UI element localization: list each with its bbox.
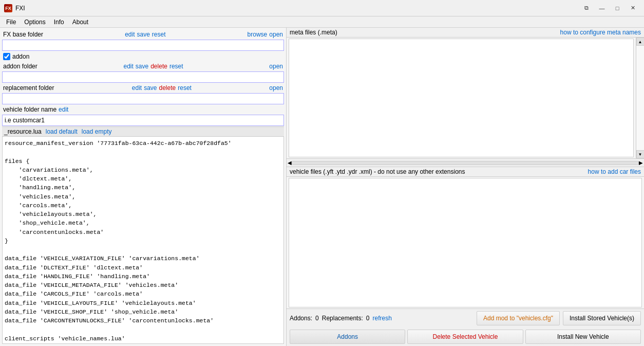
load-empty-link[interactable]: load empty — [82, 128, 112, 135]
meta-files-label: meta files (.meta) — [290, 29, 337, 36]
left-panel: FX base folder edit save reset browse op… — [0, 28, 287, 346]
fx-base-folder-label: FX base folder — [3, 31, 43, 38]
menu-about[interactable]: About — [68, 17, 92, 27]
code-editor[interactable]: resource_manifest_version '77731fab-63ca… — [2, 136, 284, 344]
main-container: FX base folder edit save reset browse op… — [0, 28, 644, 346]
load-default-link[interactable]: load default — [46, 128, 78, 135]
replacement-folder-edit[interactable]: edit — [132, 84, 142, 92]
addons-button[interactable]: Addons — [290, 330, 405, 344]
addons-count: 0 — [315, 315, 319, 322]
fx-base-folder-header: FX base folder edit save reset browse op… — [2, 30, 284, 39]
refresh-link[interactable]: refresh — [372, 315, 391, 322]
replacement-folder-save[interactable]: save — [144, 84, 157, 92]
right-panel: meta files (.meta) how to configure meta… — [287, 28, 644, 346]
fx-base-folder-open[interactable]: open — [269, 31, 283, 38]
how-to-configure-meta-link[interactable]: how to configure meta names — [560, 29, 641, 36]
vehicle-files-section: vehicle files (.yft .ytd .ydr .xml) - do… — [287, 167, 644, 346]
meta-files-header: meta files (.meta) how to configure meta… — [287, 28, 644, 38]
maximize-button[interactable]: □ — [610, 3, 624, 14]
replacement-folder-delete[interactable]: delete — [159, 84, 176, 92]
fx-base-folder-edit[interactable]: edit — [125, 31, 135, 38]
fx-base-folder-save[interactable]: save — [137, 31, 149, 38]
app-icon: FX — [4, 4, 12, 12]
vehicle-folder-name-label: vehicle folder name — [3, 106, 56, 113]
fx-base-folder-input[interactable] — [2, 40, 284, 51]
vehicle-files-header: vehicle files (.yft .ytd .ydr .xml) - do… — [287, 167, 644, 177]
meta-files-h-scrollbar: ◀ ▶ — [287, 158, 644, 167]
addon-folder-label: addon folder — [3, 63, 37, 70]
delete-vehicle-button[interactable]: Delete Selected Vehicle — [407, 330, 523, 344]
scroll-track — [636, 46, 645, 150]
resource-lua-label: _resource.lua — [4, 128, 42, 135]
title-bar-text: FXI — [15, 5, 579, 12]
restore-button[interactable]: ⧉ — [579, 3, 594, 14]
replacements-label: Replacements: — [322, 315, 363, 322]
bottom-status-bar: Addons: 0 Replacements: 0 refresh Add mo… — [287, 308, 644, 327]
fx-base-folder-reset[interactable]: reset — [152, 31, 166, 38]
replacement-folder-open[interactable]: open — [269, 84, 283, 92]
scroll-down-btn[interactable]: ▼ — [636, 150, 645, 158]
h-scroll-left-btn[interactable]: ◀ — [288, 160, 292, 166]
menu-file[interactable]: File — [2, 17, 20, 27]
replacement-folder-header: replacement folder edit save delete rese… — [2, 83, 284, 93]
replacement-folder-label: replacement folder — [3, 84, 54, 92]
addon-folder-edit[interactable]: edit — [123, 63, 133, 70]
minimize-button[interactable]: — — [595, 3, 609, 14]
replacements-count: 0 — [366, 315, 370, 322]
vehicle-files-list[interactable] — [289, 178, 642, 307]
vehicle-folder-name-header: vehicle folder name edit — [2, 105, 284, 114]
fx-base-folder-browse[interactable]: browse — [248, 31, 268, 38]
h-scroll-right-btn[interactable]: ▶ — [639, 160, 643, 166]
title-bar-controls: ⧉ — □ ✕ — [579, 3, 640, 14]
install-stored-button[interactable]: Install Stored Vehicle(s) — [563, 311, 641, 325]
close-button[interactable]: ✕ — [626, 3, 640, 14]
menu-bar: File Options Info About — [0, 16, 644, 28]
scroll-up-btn[interactable]: ▲ — [636, 38, 645, 46]
addon-folder-open[interactable]: open — [269, 63, 283, 70]
menu-options[interactable]: Options — [20, 17, 49, 27]
addons-label: Addons: — [290, 315, 312, 322]
addon-label: addon — [12, 53, 29, 60]
meta-files-scrollbar[interactable]: ▲ ▼ — [636, 38, 644, 158]
h-scroll-track — [292, 161, 639, 165]
replacement-folder-reset[interactable]: reset — [178, 84, 192, 92]
addon-folder-reset[interactable]: reset — [169, 63, 183, 70]
addon-checkbox[interactable] — [3, 53, 10, 60]
install-new-vehicle-button[interactable]: Install New Vehicle — [525, 330, 641, 344]
how-to-add-car-files-link[interactable]: how to add car files — [588, 168, 641, 175]
addon-folder-save[interactable]: save — [136, 63, 148, 70]
title-bar: FX FXI ⧉ — □ ✕ — [0, 0, 644, 16]
vehicle-files-label: vehicle files (.yft .ytd .ydr .xml) - do… — [290, 168, 465, 175]
vehicle-folder-name-input[interactable] — [2, 115, 284, 126]
addon-checkbox-row: addon — [2, 51, 284, 62]
meta-files-list[interactable] — [289, 39, 634, 157]
vehicle-folder-name-edit[interactable]: edit — [59, 106, 68, 113]
addon-folder-input[interactable] — [2, 71, 284, 83]
addon-folder-delete[interactable]: delete — [150, 63, 167, 70]
bottom-buttons-row: Addons Delete Selected Vehicle Install N… — [287, 327, 644, 346]
resource-lua-header: _resource.lua load default load empty — [2, 126, 284, 136]
menu-info[interactable]: Info — [50, 17, 68, 27]
replacement-folder-input[interactable] — [2, 93, 284, 104]
addon-folder-header: addon folder edit save delete reset open — [2, 62, 284, 71]
add-mod-button[interactable]: Add mod to "vehicles.cfg" — [477, 311, 560, 325]
meta-files-list-area: ▲ ▼ — [287, 38, 644, 158]
meta-files-section: meta files (.meta) how to configure meta… — [287, 28, 644, 167]
